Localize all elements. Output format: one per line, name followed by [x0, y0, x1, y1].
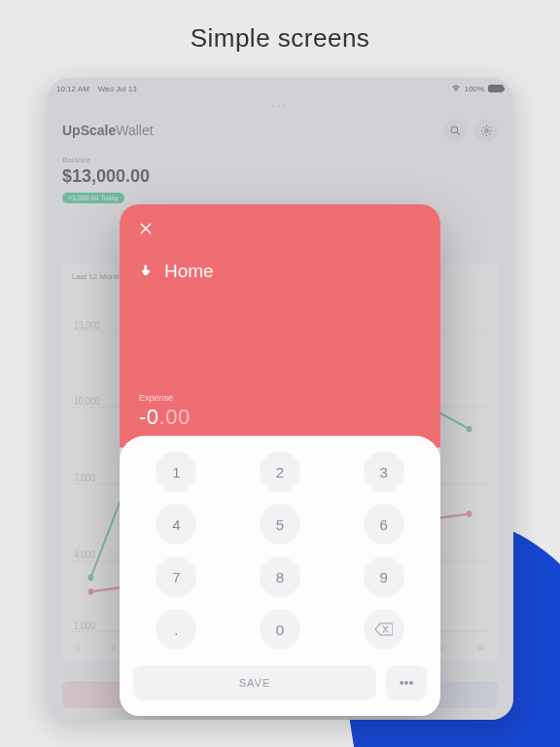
tap-icon	[139, 264, 155, 279]
key-4[interactable]: 4	[156, 504, 196, 545]
key-0[interactable]: 0	[260, 609, 300, 650]
expense-value: -0.00	[139, 405, 191, 430]
more-button[interactable]: •••	[386, 665, 427, 700]
category-selector[interactable]: Home	[139, 261, 421, 282]
key-dot[interactable]: .	[156, 609, 196, 650]
backspace-icon	[375, 622, 393, 636]
key-delete[interactable]	[364, 609, 404, 650]
key-1[interactable]: 1	[156, 451, 196, 492]
expense-label: Expense	[139, 393, 191, 403]
key-3[interactable]: 3	[364, 451, 404, 492]
close-button[interactable]	[139, 222, 421, 239]
category-label: Home	[164, 261, 214, 282]
key-5[interactable]: 5	[260, 504, 300, 545]
ellipsis-icon: •••	[400, 675, 414, 691]
save-button[interactable]: SAVE	[133, 665, 376, 700]
key-9[interactable]: 9	[364, 556, 404, 597]
marketing-headline: Simple screens	[0, 0, 560, 65]
expense-entry-modal: Home Expense -0.00 123456789.0 SAVE •••	[120, 204, 440, 716]
tablet-frame: 10:12 AM Wed Jul 13 100% ••• UpScaleWall…	[47, 78, 513, 720]
modal-header: Home Expense -0.00	[120, 204, 440, 447]
key-8[interactable]: 8	[260, 556, 300, 597]
key-2[interactable]: 2	[260, 451, 300, 492]
numeric-keypad: 123456789.0 SAVE •••	[120, 436, 440, 716]
key-6[interactable]: 6	[364, 504, 404, 545]
close-icon	[139, 222, 153, 235]
key-7[interactable]: 7	[156, 556, 196, 597]
